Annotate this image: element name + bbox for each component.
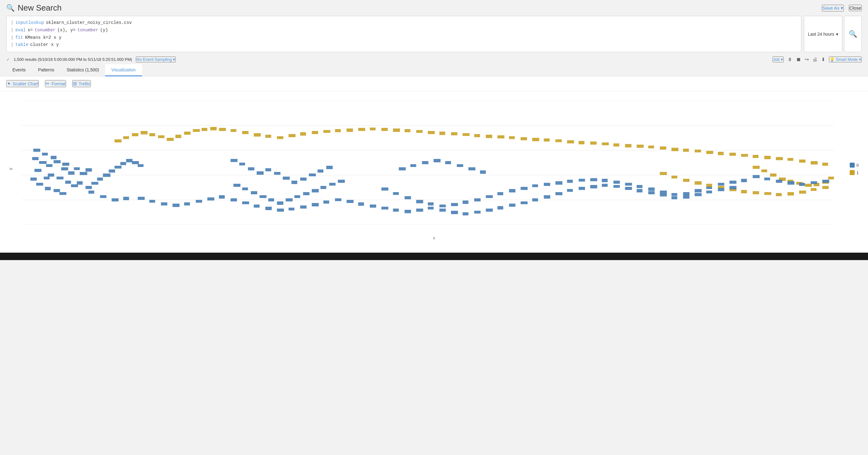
svg-rect-209: [828, 177, 834, 179]
pause-button[interactable]: ⏸: [787, 57, 793, 62]
svg-rect-70: [259, 195, 266, 198]
svg-rect-235: [347, 200, 353, 203]
svg-rect-29: [56, 177, 63, 179]
svg-rect-104: [660, 191, 667, 194]
svg-rect-34: [86, 186, 92, 189]
svg-rect-184: [823, 163, 828, 166]
legend-item-1: 1: [850, 170, 859, 175]
svg-rect-179: [764, 156, 771, 159]
svg-rect-143: [347, 129, 353, 132]
viz-toolbar: ✦ Scatter Chart ✏ Format ⊞ Trellis: [0, 76, 868, 91]
svg-rect-127: [176, 135, 181, 138]
svg-rect-157: [509, 136, 515, 139]
chart-inner: 3 2 1 0 -1 -2 -2 -1 0 1: [22, 101, 834, 225]
svg-rect-25: [62, 163, 69, 166]
svg-rect-119: [480, 170, 486, 174]
svg-rect-148: [405, 129, 410, 132]
svg-rect-183: [811, 161, 817, 165]
search-right: Last 24 hours ▾ 🔍: [804, 16, 862, 52]
job-button[interactable]: Job ▾: [773, 56, 784, 62]
time-picker-button[interactable]: Last 24 hours ▾: [804, 16, 842, 52]
svg-rect-185: [660, 172, 667, 175]
svg-rect-240: [405, 210, 411, 213]
svg-rect-192: [741, 190, 747, 193]
svg-rect-102: [637, 185, 643, 188]
svg-rect-252: [544, 195, 550, 199]
tab-events[interactable]: Events: [6, 64, 32, 76]
svg-rect-239: [393, 208, 399, 212]
svg-rect-63: [300, 177, 307, 181]
svg-rect-58: [257, 171, 264, 175]
svg-rect-30: [65, 181, 71, 184]
svg-rect-161: [556, 139, 562, 142]
search-button[interactable]: 🔍: [844, 16, 862, 52]
tab-visualization[interactable]: Visualization: [105, 64, 142, 76]
scatter-chart-svg: 3 2 1 0 -1 -2 -2 -1 0 1: [22, 101, 834, 225]
svg-rect-19: [39, 161, 46, 164]
svg-rect-115: [434, 159, 440, 162]
svg-rect-113: [410, 164, 416, 167]
svg-rect-95: [556, 181, 562, 185]
svg-rect-256: [590, 185, 597, 189]
svg-rect-249: [509, 204, 516, 207]
svg-rect-233: [323, 200, 329, 204]
export-button[interactable]: ⬇: [821, 56, 825, 62]
share-button[interactable]: ↪: [805, 56, 809, 62]
svg-rect-158: [521, 137, 527, 140]
svg-rect-247: [486, 208, 493, 212]
svg-rect-159: [532, 138, 539, 141]
svg-rect-107: [695, 189, 702, 193]
legend-swatch-1: [850, 170, 855, 175]
svg-rect-96: [567, 180, 573, 183]
svg-rect-220: [173, 204, 180, 207]
svg-rect-200: [753, 166, 760, 169]
svg-rect-121: [123, 136, 129, 139]
svg-rect-206: [805, 184, 812, 187]
svg-rect-46: [30, 177, 37, 181]
svg-rect-64: [309, 173, 316, 176]
svg-rect-162: [567, 140, 574, 143]
svg-rect-139: [300, 132, 306, 136]
svg-rect-51: [88, 191, 94, 194]
format-button[interactable]: ✏ Format: [45, 80, 66, 87]
svg-rect-264: [683, 195, 689, 199]
svg-rect-153: [463, 133, 469, 136]
trellis-button[interactable]: ⊞ Trellis: [72, 80, 91, 87]
svg-rect-189: [706, 184, 712, 187]
svg-rect-52: [100, 195, 106, 198]
svg-rect-251: [532, 198, 538, 201]
svg-rect-73: [286, 198, 292, 201]
svg-rect-243: [439, 208, 446, 212]
svg-rect-86: [451, 203, 458, 206]
svg-rect-94: [544, 183, 550, 186]
svg-rect-74: [294, 195, 300, 198]
svg-rect-223: [207, 197, 214, 200]
stop-button[interactable]: ⏹: [796, 57, 801, 62]
svg-rect-117: [457, 164, 463, 167]
svg-rect-150: [428, 131, 435, 134]
svg-rect-79: [338, 180, 345, 183]
svg-rect-36: [97, 177, 103, 181]
save-as-button[interactable]: Save As ▾: [822, 5, 844, 11]
svg-rect-83: [416, 200, 423, 203]
svg-rect-147: [393, 129, 400, 132]
sampling-button[interactable]: No Event Sampling ▾: [136, 56, 176, 62]
svg-rect-31: [48, 173, 54, 177]
svg-rect-216: [823, 180, 829, 183]
svg-rect-99: [602, 179, 608, 182]
search-input[interactable]: | inputlookup sklearn_cluster_noisy_circ…: [6, 16, 801, 52]
close-button[interactable]: Close: [849, 5, 862, 11]
top-actions: Save As ▾ Close: [822, 5, 862, 11]
tab-patterns[interactable]: Patterns: [32, 64, 60, 76]
svg-rect-259: [625, 187, 632, 190]
svg-rect-151: [439, 132, 445, 135]
print-button[interactable]: 🖨: [812, 57, 817, 62]
scatter-chart-button[interactable]: ✦ Scatter Chart: [6, 80, 39, 87]
svg-rect-266: [706, 191, 712, 193]
svg-rect-27: [80, 172, 87, 175]
svg-rect-211: [764, 177, 770, 180]
svg-rect-76: [312, 189, 319, 193]
smart-mode-button[interactable]: 💡 Smart Mode ▾: [829, 56, 862, 62]
tab-statistics[interactable]: Statistics (1,500): [60, 64, 105, 76]
svg-rect-84: [428, 202, 434, 205]
